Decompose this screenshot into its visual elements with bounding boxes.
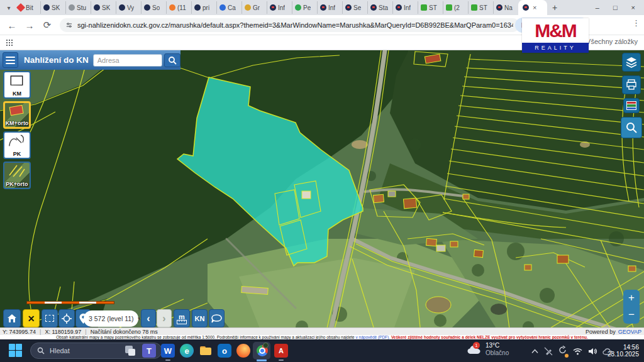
address-bar[interactable]: sgi-nahlizenidokn.cuzk.gov.cz/marushka/d… [60,18,519,32]
browser-tab[interactable]: SK [40,1,65,14]
browser-tab[interactable]: So [141,1,166,14]
scale-select[interactable]: 3 572 (level 11) ▼ [84,310,138,327]
lasso-select-button[interactable] [209,309,225,327]
tab-label: Vy [127,4,134,11]
browser-tab[interactable]: SK [91,1,116,14]
map-type-button-km-orto[interactable]: KM+orto [3,101,31,129]
acrobat-icon[interactable]: A [274,344,288,358]
layers-icon [625,56,638,69]
taskbar-clock[interactable]: 14:56 23.10.2025 [608,344,639,358]
word-icon[interactable]: W [161,344,175,358]
tab-favicon-icon [69,4,75,11]
tab-favicon-icon [16,3,25,12]
browser-tab[interactable]: ST [418,1,443,14]
browser-tab[interactable]: (2 [443,1,468,14]
tab-favicon-icon [144,4,150,11]
print-button[interactable] [622,75,641,94]
window-minimize-button[interactable]: – [596,4,599,11]
tab-label: Inf [278,4,285,11]
tab-favicon-icon [94,4,100,11]
history-back-button[interactable]: ‹ [141,309,156,327]
tab-favicon-icon [471,4,477,11]
help-pdf-link[interactable]: v nápovědě (PDF). [356,335,391,339]
map-type-button-pk[interactable]: PK [3,131,31,159]
map-type-button-km[interactable]: KM [3,71,31,99]
file-explorer-icon[interactable] [199,344,213,358]
crosshair-button[interactable] [58,309,75,327]
forward-button[interactable]: → [23,18,36,32]
teams-icon[interactable]: T [142,344,156,358]
tab-label: pri [203,4,209,11]
window-maximize-button[interactable]: □ [613,4,618,11]
active-tab[interactable]: × [518,0,547,15]
map-type-button-pk-orto[interactable]: PK+orto [3,162,31,189]
wifi-icon[interactable] [573,348,582,355]
browser-tab[interactable]: Sta [367,1,392,14]
browser-tab[interactable]: Inf [267,1,292,14]
weather-temp: 13°C [486,342,509,349]
browser-tab[interactable]: Bit [15,1,40,14]
back-button[interactable]: ← [5,18,19,32]
ruler-icon [177,320,187,324]
browser-tab[interactable]: Stu [65,1,91,14]
tab-favicon-icon [270,4,276,11]
hamburger-menu-icon[interactable] [3,52,18,68]
kn-info-button[interactable]: KN [192,309,208,327]
powered-by-label: Powered by [586,329,616,335]
zoom-in-button[interactable]: + [623,290,640,307]
browser-tab[interactable]: (11 [166,1,191,14]
start-button[interactable] [9,344,22,357]
browser-tab[interactable]: pri [191,1,216,14]
browser-tab[interactable]: ST [468,1,493,14]
cancel-selection-button[interactable]: ✕ [23,309,40,327]
map-type-label: PK [4,151,30,157]
pen-disabled-icon[interactable] [544,347,553,356]
clock-time: 14:56 [608,344,639,351]
browser-tab[interactable]: Vy [116,1,141,14]
printer-icon [626,79,637,90]
tray-chevron-icon[interactable] [531,349,538,354]
outlook-icon[interactable]: o [218,344,231,358]
sync-icon[interactable] [558,346,567,357]
browser-menu-icon[interactable]: ⋮ [632,18,640,28]
zoom-out-button[interactable]: − [623,307,640,324]
firefox-icon[interactable] [236,344,250,358]
reload-button[interactable]: ⟳ [40,18,54,32]
tab-favicon-icon [295,4,301,11]
rectangle-select-button[interactable] [42,309,58,327]
browser-tab[interactable]: Inf [317,1,342,14]
tab-close-icon[interactable]: × [533,4,536,11]
legend-button[interactable] [623,98,640,113]
search-icon [37,347,45,354]
tab-label: Pe [303,4,311,11]
address-search-button[interactable] [164,53,180,67]
edge-icon[interactable]: e [180,344,194,358]
tab-search-chevron-icon[interactable]: ▾ [3,2,15,13]
url-text[interactable]: sgi-nahlizenidokn.cuzk.gov.cz/marushka/d… [77,21,513,29]
browser-tab[interactable]: Gr [242,1,267,14]
browser-tab[interactable]: Inf [392,1,418,14]
window-controls: – □ × [587,0,644,15]
browser-tab[interactable]: Se [342,1,367,14]
browser-tab[interactable]: Ca [216,1,242,14]
browser-tab[interactable]: Na [493,1,518,14]
geovap-link[interactable]: GEOVAP [618,329,641,335]
map-search-button[interactable] [621,117,642,138]
map-canvas[interactable] [0,50,644,339]
weather-widget[interactable]: 1 13°C Oblačno [467,342,509,357]
disclaimer-text: Obsah katastrální mapy a mapy pozemkovéh… [56,335,354,339]
apps-grid-icon[interactable] [6,40,13,46]
address-search-input[interactable] [93,54,162,67]
new-tab-button[interactable]: + [547,1,562,14]
history-forward-button[interactable]: › [157,309,172,327]
layers-button[interactable] [622,53,641,72]
home-button[interactable] [3,309,21,327]
parcel-sketch-icon [4,72,30,91]
site-settings-icon[interactable] [66,21,72,29]
measure-button[interactable]: m [174,309,190,327]
window-close-button[interactable]: × [631,4,635,11]
browser-tab[interactable]: Pe [292,1,317,14]
screen: ▾ BitSKStuSKVySo(11priCaGrInfPeInfSeStaI… [0,0,644,362]
speaker-icon[interactable] [588,348,597,355]
task-view-icon[interactable] [123,344,137,358]
